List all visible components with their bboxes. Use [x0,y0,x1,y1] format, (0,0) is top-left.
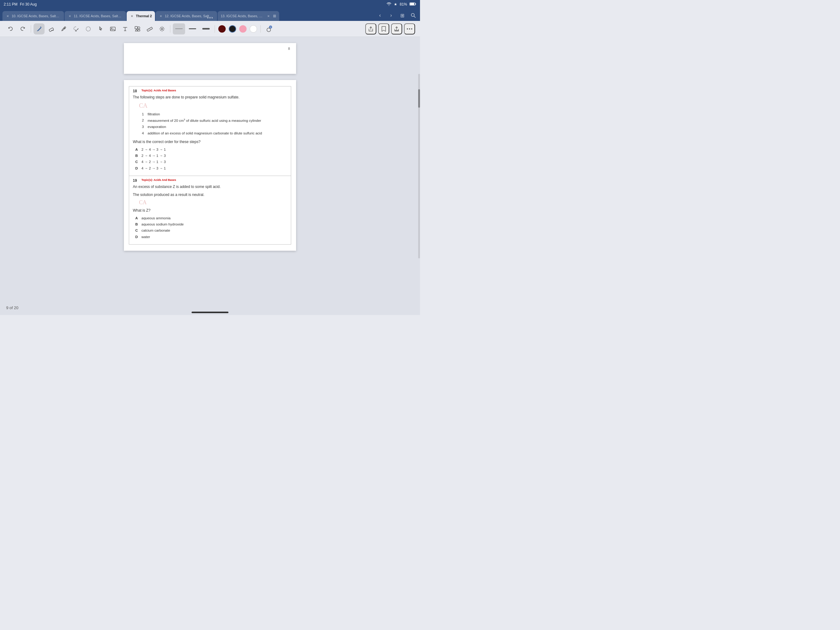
svg-point-12 [138,27,140,29]
shapes-button[interactable] [132,24,143,35]
svg-point-8 [86,27,90,31]
tools-button[interactable] [156,24,167,35]
tab-bar-right: ‹ › ⊞ [376,11,418,21]
svg-point-23 [409,28,410,30]
color-black-button[interactable] [229,25,236,33]
pen-tool-button[interactable] [33,24,44,35]
tab-1[interactable]: ✕ 10. IGCSE Acids, Bases, Salts H... [2,11,64,21]
more-button[interactable] [404,24,415,35]
lasso-button[interactable] [70,24,82,35]
search-icon[interactable] [409,11,418,20]
text-button[interactable] [120,24,131,35]
q19-annotation: CA [139,198,147,207]
tab-label-2: 11. IGCSE Acids, Bases, Salts Ho... [74,14,123,18]
tab-dots [207,17,213,19]
nav-forward[interactable]: › [387,11,395,20]
tab-4[interactable]: ✕ 12. IGCSE Acids, Bases, Salts H... [156,11,217,21]
q19-opt-b: B aqueous sodium hydroxide [135,222,287,227]
toolbar: 2 [0,21,420,37]
line-thick-button[interactable] [200,24,212,35]
tab-3[interactable]: ✕ Thermal 2 [127,11,155,21]
status-left: 2:11 PM Fri 30 Aug [4,2,36,6]
svg-line-4 [414,16,416,18]
bookmark-button[interactable] [378,24,389,35]
step-1: 1 filtration [140,112,287,117]
star-icon: ★ [394,2,397,6]
ruler-button[interactable] [144,24,155,35]
color-white-button[interactable] [249,25,257,33]
svg-point-10 [111,28,112,28]
pointer-button[interactable] [95,24,106,35]
toolbar-sep-4 [261,25,261,33]
toolbar-right [365,24,415,35]
pdf-page-questions: 18 Topic(s): Acids And Bases The followi… [124,80,296,251]
tab-close-1[interactable]: ✕ [6,14,10,18]
pdf-container[interactable]: 8 18 Topic(s): Acids And Bases The follo… [0,37,420,315]
time: 2:11 PM [4,2,17,6]
line-medium-button[interactable] [186,24,199,35]
q18-header: 18 Topic(s): Acids And Bases [129,86,291,95]
select-button[interactable] [83,24,94,35]
question-18: 18 Topic(s): Acids And Bases The followi… [129,86,291,176]
q18-sub: What is the correct order for these step… [133,139,287,144]
step-2: 2 measurement of 20 cm3 of dilute sulfur… [140,118,287,123]
svg-line-17 [151,28,151,30]
q18-annotation: CA [139,101,148,110]
q19-body: An excess of substance Z is added to som… [129,184,291,244]
grid-icon[interactable]: ⊞ [273,14,276,18]
question-19: 19 Topic(s): Acids And Bases An excess o… [129,176,291,245]
q18-options: A 2 → 4 → 3 → 1 B 2 → 4 → 1 → 3 C 4 → 2 … [133,147,287,171]
page-number: 9 of 20 [6,306,19,310]
svg-rect-2 [410,3,414,5]
home-bar [191,312,229,313]
upload-button[interactable] [391,24,402,35]
tab-close-4[interactable]: ✕ [159,14,163,18]
tab-5[interactable]: 13. IGCSE Acids, Bases, Salts... ✕ ⊞ [218,11,279,21]
layers-button[interactable]: 2 [263,24,274,35]
tab-close-2[interactable]: ✕ [68,14,72,18]
line-thin-button[interactable] [173,24,185,35]
q19-text2: The solution produced as a result is neu… [133,192,287,198]
scrollbar-thumb[interactable] [418,89,420,108]
q19-text: An excess of substance Z is added to som… [133,184,287,190]
scrollbar-track[interactable] [418,74,420,258]
q18-annotation-area: CA [133,103,287,112]
page-num-8: 8 [288,47,290,51]
q18-opt-a: A 2 → 4 → 3 → 1 [135,147,287,152]
grid-view[interactable]: ⊞ [398,11,406,20]
pdf-page-top: 8 [124,43,296,74]
redo-button[interactable] [17,24,28,35]
highlighter-button[interactable] [58,24,69,35]
undo-button[interactable] [5,24,16,35]
q18-topic: Topic(s): Acids And Bases [141,89,176,92]
tab-label-5: 13. IGCSE Acids, Bases, Salts... [221,14,264,18]
svg-rect-13 [138,30,140,31]
q18-steps: 1 filtration 2 measurement of 20 cm3 of … [133,112,287,136]
step-4: 4 addition of an excess of solid magnesi… [140,131,287,136]
svg-line-16 [149,28,150,30]
color-darkred-button[interactable] [218,25,226,33]
q19-opt-c: C calcium carbonate [135,228,287,233]
tab-bar: ✕ 10. IGCSE Acids, Bases, Salts H... ✕ 1… [0,9,420,21]
q18-opt-b: B 2 → 4 → 1 → 3 [135,153,287,158]
q18-opt-d: D 4 → 2 → 3 → 1 [135,166,287,171]
svg-text:2: 2 [270,26,271,28]
q19-options: A aqueous ammonia B aqueous sodium hydro… [133,216,287,240]
tab-2[interactable]: ✕ 11. IGCSE Acids, Bases, Salts Ho... [65,11,126,21]
nav-back[interactable]: ‹ [376,11,384,20]
step-3: 3 evaporation [140,124,287,130]
q19-sub: What is Z? [133,207,287,213]
eraser-button[interactable] [46,24,57,35]
status-right: ★ 81% [387,2,416,7]
tab-label-4: 12. IGCSE Acids, Bases, Salts H... [165,14,214,18]
color-pink-button[interactable] [239,25,246,33]
share-button[interactable] [365,24,376,35]
svg-rect-5 [49,27,54,32]
image-button[interactable] [107,24,118,35]
q19-number: 19 [133,179,139,183]
q18-opt-c: C 4 → 2 → 1 → 3 [135,159,287,165]
status-bar: 2:11 PM Fri 30 Aug ★ 81% [0,0,420,9]
tab-close-3[interactable]: ✕ [130,14,134,18]
q19-opt-d: D water [135,234,287,240]
tab-close-5[interactable]: ✕ [266,14,271,18]
